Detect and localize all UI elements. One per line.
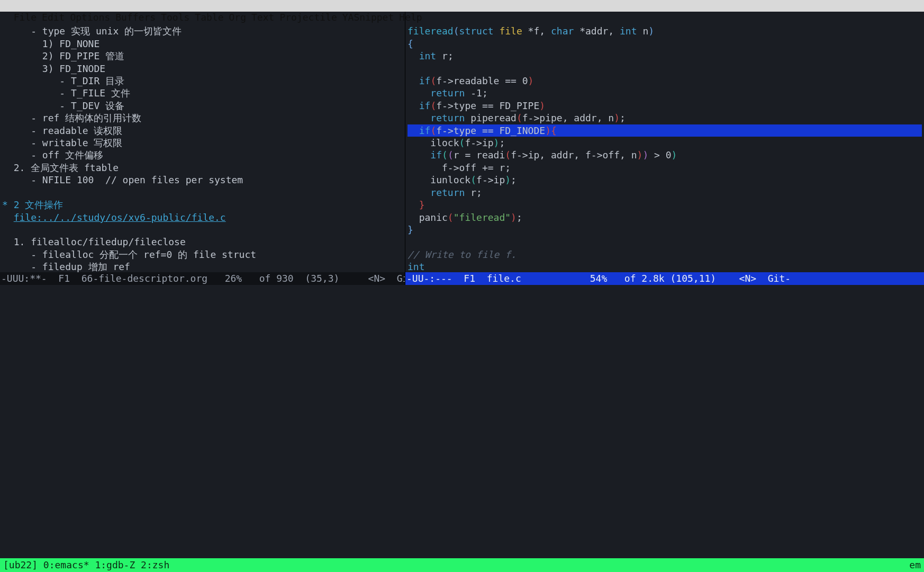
- menubar[interactable]: FileEditOptionsBuffersToolsTableOrgTextP…: [0, 0, 924, 12]
- kw-int: int: [419, 50, 437, 61]
- ty-file: file: [499, 25, 522, 37]
- org-line: - T_FILE 文件: [2, 87, 130, 99]
- org-line: 1. filealloc/filedup/fileclose: [2, 236, 186, 247]
- kw-if: if: [419, 125, 431, 136]
- right-modeline: -UU-:--- F1 file.c 54% of 2.8k (105,11) …: [405, 272, 924, 285]
- kw-if: if: [419, 75, 431, 86]
- org-line: - T_DIR 目录: [2, 75, 124, 86]
- org-line: - filedup 增加 ref: [2, 261, 130, 272]
- org-line: - type 实现 unix 的一切皆文件: [2, 25, 182, 37]
- tmux-right: em: [909, 558, 921, 572]
- tmux-left[interactable]: [ub22] 0:emacs* 1:gdb-Z 2:zsh: [3, 558, 169, 572]
- org-line: - ref 结构体的引用计数: [2, 112, 141, 123]
- kw-if: if: [419, 100, 431, 111]
- left-pane[interactable]: - type 实现 unix 的一切皆文件 1) FD_NONE 2) FD_P…: [0, 12, 405, 285]
- fn-name: fileread: [407, 25, 454, 37]
- comment: // Write to file f.: [407, 249, 517, 260]
- org-heading-star: *: [2, 199, 14, 210]
- org-line: - NFILE 100 // open files per system: [2, 174, 243, 185]
- kw-if: if: [430, 149, 442, 160]
- org-line: - filealloc 分配一个 ref=0 的 file struct: [2, 249, 256, 260]
- kw-return: return: [430, 112, 465, 123]
- org-line: - writable 写权限: [2, 137, 122, 148]
- string-literal: "fileread": [454, 212, 511, 223]
- right-pane[interactable]: fileread(struct file *f, char *addr, int…: [405, 12, 924, 285]
- org-line: 3) FD_INODE: [2, 63, 105, 74]
- kw-struct: struct: [459, 25, 494, 37]
- org-line: - T_DEV 设备: [2, 100, 124, 111]
- org-line: 1) FD_NONE: [2, 38, 99, 49]
- org-line: 2. 全局文件表 ftable: [2, 162, 119, 173]
- tmux-status[interactable]: [ub22] 0:emacs* 1:gdb-Z 2:zsh em: [0, 558, 924, 572]
- editor-area: - type 实现 unix 的一切皆文件 1) FD_NONE 2) FD_P…: [0, 12, 924, 285]
- minibuffer-area[interactable]: [0, 285, 924, 558]
- kw-char: char: [551, 25, 574, 37]
- kw-int: int: [407, 261, 425, 272]
- kw-return: return: [430, 187, 465, 198]
- highlighted-line: if(f->type == FD_INODE){: [407, 124, 922, 137]
- left-modeline: -UUU:**- F1 66-file-descriptor.org 26% o…: [0, 272, 405, 285]
- org-line: 2) FD_PIPE 管道: [2, 50, 124, 61]
- org-link[interactable]: file:../../study/os/xv6-public/file.c: [14, 212, 226, 223]
- right-buffer[interactable]: fileread(struct file *f, char *addr, int…: [405, 12, 924, 272]
- org-line: - readable 读权限: [2, 125, 122, 136]
- org-heading: 2 文件操作: [14, 199, 64, 210]
- left-buffer[interactable]: - type 实现 unix 的一切皆文件 1) FD_NONE 2) FD_P…: [0, 12, 405, 272]
- kw-return: return: [430, 87, 465, 99]
- org-line: - off 文件偏移: [2, 149, 103, 160]
- kw-int: int: [620, 25, 637, 37]
